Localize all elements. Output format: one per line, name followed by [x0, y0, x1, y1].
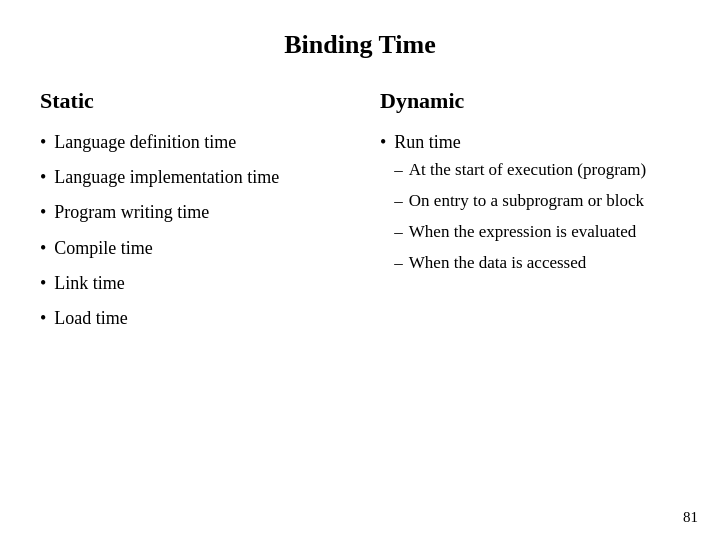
content-area: Static • Language definition time • Lang… — [40, 88, 680, 510]
run-time-label: Run time — [394, 132, 461, 152]
sub-item-2: On entry to a subprogram or block — [409, 190, 644, 213]
static-heading: Static — [40, 88, 340, 114]
list-item: • Program writing time — [40, 200, 340, 225]
dash-icon: – — [394, 190, 403, 213]
sub-item-1: At the start of execution (program) — [409, 159, 646, 182]
static-item-2: Language implementation time — [54, 165, 279, 190]
bullet-icon: • — [380, 130, 386, 155]
right-column: Dynamic • Run time – At the start of exe… — [360, 88, 680, 510]
slide-container: Binding Time Static • Language definitio… — [0, 0, 720, 540]
list-item: • Language definition time — [40, 130, 340, 155]
list-item: • Load time — [40, 306, 340, 331]
list-item: • Link time — [40, 271, 340, 296]
dash-icon: – — [394, 221, 403, 244]
static-item-6: Load time — [54, 306, 127, 331]
slide-title: Binding Time — [40, 30, 680, 60]
sub-list: – At the start of execution (program) – … — [394, 159, 646, 275]
page-number: 81 — [683, 509, 698, 526]
static-item-4: Compile time — [54, 236, 153, 261]
bullet-icon: • — [40, 236, 46, 261]
bullet-icon: • — [40, 271, 46, 296]
sub-list-item: – On entry to a subprogram or block — [394, 190, 646, 213]
sub-list-item: – When the expression is evaluated — [394, 221, 646, 244]
static-list: • Language definition time • Language im… — [40, 130, 340, 331]
bullet-icon: • — [40, 165, 46, 190]
bullet-icon: • — [40, 130, 46, 155]
list-item: • Language implementation time — [40, 165, 340, 190]
static-item-1: Language definition time — [54, 130, 236, 155]
dynamic-heading: Dynamic — [380, 88, 680, 114]
left-column: Static • Language definition time • Lang… — [40, 88, 360, 510]
static-item-3: Program writing time — [54, 200, 209, 225]
run-time-section: Run time – At the start of execution (pr… — [394, 130, 646, 283]
dynamic-list: • Run time – At the start of execution (… — [380, 130, 680, 283]
list-item: • Run time – At the start of execution (… — [380, 130, 680, 283]
bullet-icon: • — [40, 200, 46, 225]
sub-list-item: – When the data is accessed — [394, 252, 646, 275]
sub-list-item: – At the start of execution (program) — [394, 159, 646, 182]
list-item: • Compile time — [40, 236, 340, 261]
sub-item-4: When the data is accessed — [409, 252, 586, 275]
dash-icon: – — [394, 159, 403, 182]
static-item-5: Link time — [54, 271, 125, 296]
bullet-icon: • — [40, 306, 46, 331]
dash-icon: – — [394, 252, 403, 275]
sub-item-3: When the expression is evaluated — [409, 221, 637, 244]
